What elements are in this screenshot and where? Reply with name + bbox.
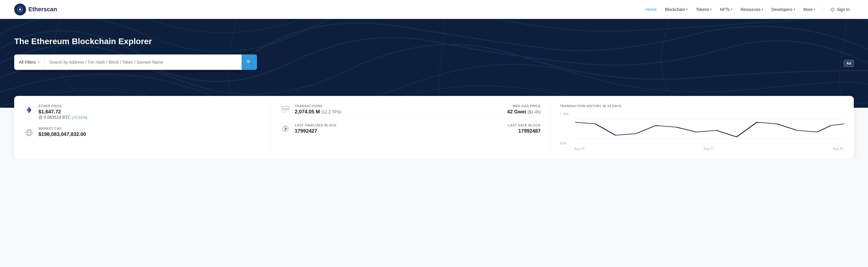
brand-logo-icon: [14, 4, 26, 16]
stats-middle: TRANSACTIONS 2,074.05 M (12.2 TPS) MED G…: [271, 96, 551, 159]
svg-rect-13: [282, 109, 289, 110]
hero-title: The Ethereum Blockchain Explorer: [14, 37, 854, 46]
hero-content: The Ethereum Blockchain Explorer All Fil…: [14, 37, 854, 70]
nav-developers-label: Developers: [772, 7, 793, 12]
nav-tokens-label: Tokens: [696, 7, 709, 12]
nav-resources[interactable]: Resources ▾: [737, 5, 767, 14]
ether-price-content: ETHER PRICE $1,647.72 @ 0.063514 BTC (+0…: [38, 104, 261, 120]
signin-label: Sign In: [837, 7, 850, 12]
ether-price-label: ETHER PRICE: [38, 104, 261, 108]
last-safe-value: 17992487: [508, 128, 541, 134]
search-icon: 🔍: [246, 59, 252, 65]
hero-section: The Ethereum Blockchain Explorer All Fil…: [0, 19, 868, 108]
market-cap-label: MARKET CAP: [38, 127, 261, 130]
search-button[interactable]: 🔍: [242, 55, 257, 70]
search-filter-dropdown[interactable]: All Filters ▾: [14, 55, 45, 70]
eth-icon: [24, 105, 34, 115]
navbar-links: Home Blockchain ▾ Tokens ▾ NFTs ▾ Resour…: [642, 4, 854, 15]
transactions-icon: [280, 104, 291, 115]
nav-blockchain[interactable]: Blockchain ▾: [661, 5, 691, 14]
navbar: Etherscan Home Blockchain ▾ Tokens ▾ NFT…: [0, 0, 868, 19]
nav-developers[interactable]: Developers ▾: [768, 5, 799, 14]
chart-title: TRANSACTION HISTORY IN 14 DAYS: [560, 104, 844, 108]
nav-blockchain-label: Blockchain: [665, 7, 685, 12]
market-cap-row: MARKET CAP $198,083,047,832.00: [24, 127, 261, 138]
chevron-down-icon: ▾: [731, 8, 733, 11]
blocks-row: LAST FINALIZED BLOCK 17992427 LAST SAFE …: [280, 119, 541, 134]
chevron-down-icon: ▾: [794, 8, 795, 11]
market-cap-content: MARKET CAP $198,083,047,832.00: [38, 127, 261, 137]
nav-resources-label: Resources: [741, 7, 761, 12]
chart-container: 1 100k 900k Aug 10 Aug 17 Aug: [560, 113, 844, 150]
market-cap-icon: [24, 127, 34, 138]
nav-nfts[interactable]: NFTs ▾: [716, 5, 736, 14]
chart-svg: [575, 113, 844, 145]
chevron-down-icon: ▾: [686, 8, 688, 11]
brand-name: Etherscan: [28, 6, 57, 13]
search-bar: All Filters ▾ 🔍: [14, 55, 257, 70]
chart-area: TRANSACTION HISTORY IN 14 DAYS 1 100k 90…: [550, 96, 854, 159]
last-safe-right: LAST SAFE BLOCK 17992487: [508, 123, 541, 134]
nav-more-label: More: [803, 7, 813, 12]
brand[interactable]: Etherscan: [14, 4, 57, 16]
transactions-row: TRANSACTIONS 2,074.05 M (12.2 TPS) MED G…: [280, 104, 541, 119]
nav-home[interactable]: Home: [642, 5, 660, 14]
ether-price-row: ETHER PRICE $1,647.72 @ 0.063514 BTC (+0…: [24, 104, 261, 120]
transactions-main: TRANSACTIONS 2,074.05 M (12.2 TPS) MED G…: [295, 104, 541, 115]
svg-point-1: [19, 8, 21, 10]
block-icon: [280, 123, 291, 134]
chart-y-labels: 1 100k 900k: [560, 113, 572, 145]
svg-rect-14: [282, 111, 289, 111]
ether-price-value: $1,647.72: [38, 109, 261, 115]
stats-card: ETHER PRICE $1,647.72 @ 0.063514 BTC (+0…: [14, 96, 854, 159]
transactions-value: 2,074.05 M (12.2 TPS): [295, 109, 341, 115]
svg-rect-15: [282, 112, 286, 113]
search-filter-label: All Filters: [19, 60, 36, 64]
nav-home-label: Home: [646, 7, 657, 12]
gas-value: 42 Gwei ($1.45): [507, 109, 540, 115]
search-input[interactable]: [45, 55, 242, 70]
nav-nfts-label: NFTs: [720, 7, 730, 12]
filter-chevron-icon: ▾: [38, 60, 40, 64]
stats-left: ETHER PRICE $1,647.72 @ 0.063514 BTC (+0…: [14, 96, 271, 159]
ether-price-detail: @ 0.063514 BTC (+0.31%): [38, 115, 261, 120]
last-block-value: 17992427: [295, 128, 337, 134]
chevron-down-icon: ▾: [710, 8, 712, 11]
nav-divider: [823, 6, 823, 13]
gas-right: MED GAS PRICE 42 Gwei ($1.45): [507, 104, 540, 115]
chevron-down-icon: ▾: [762, 8, 763, 11]
ad-badge: Ad: [844, 60, 854, 67]
user-icon: ⊙: [830, 6, 835, 13]
chart-x-labels: Aug 10 Aug 17 Aug 24: [560, 147, 844, 150]
transactions-left: TRANSACTIONS 2,074.05 M (12.2 TPS): [295, 104, 341, 115]
stats-section: ETHER PRICE $1,647.72 @ 0.063514 BTC (+0…: [0, 96, 868, 159]
market-cap-value: $198,083,047,832.00: [38, 131, 261, 137]
nav-more[interactable]: More ▾: [800, 5, 819, 14]
svg-rect-12: [282, 106, 289, 108]
signin-button[interactable]: ⊙ Sign In: [826, 4, 854, 15]
last-block-left: LAST FINALIZED BLOCK 17992427: [295, 123, 337, 134]
nav-tokens[interactable]: Tokens ▾: [692, 5, 715, 14]
blocks-main: LAST FINALIZED BLOCK 17992427 LAST SAFE …: [295, 123, 541, 134]
svg-line-20: [285, 128, 286, 129]
chevron-down-icon: ▾: [814, 8, 815, 11]
